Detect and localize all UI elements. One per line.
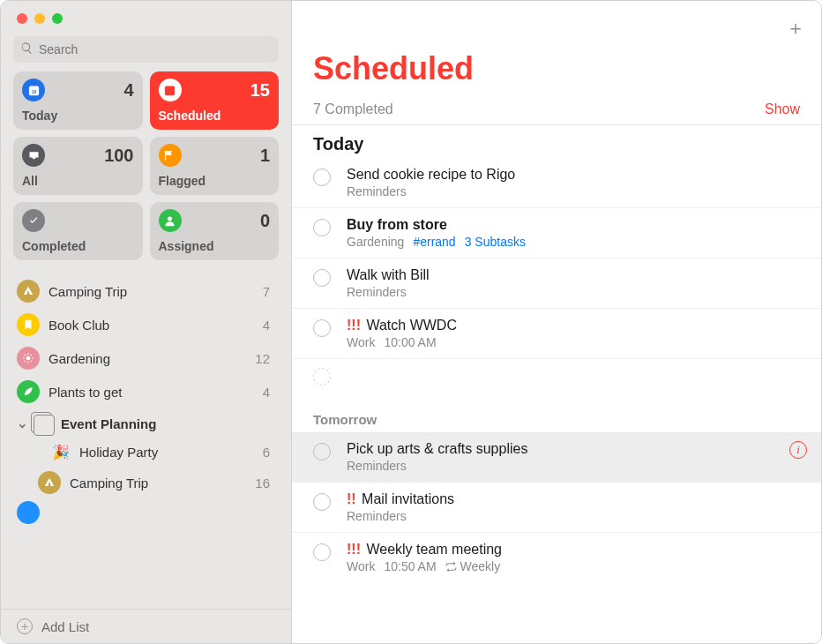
- smart-all[interactable]: 100 All: [13, 137, 143, 195]
- new-task-placeholder[interactable]: [292, 359, 821, 400]
- task-list: Work: [347, 559, 375, 573]
- show-completed-button[interactable]: Show: [765, 101, 800, 117]
- svg-line-18: [25, 361, 26, 362]
- smart-today-count: 4: [123, 80, 133, 101]
- main-pane: ＋ Scheduled 7 Completed Show Today Send …: [292, 1, 821, 643]
- svg-text:10: 10: [31, 88, 36, 94]
- party-icon: 🎉: [49, 444, 72, 461]
- list-count: 4: [263, 385, 275, 400]
- task-list: Reminders: [347, 459, 407, 473]
- list-count: 4: [263, 318, 275, 333]
- inbox-icon: [22, 144, 45, 167]
- tent-icon: [17, 280, 40, 303]
- complete-radio[interactable]: [313, 168, 331, 186]
- list-camping-trip-2[interactable]: Camping Trip 16: [1, 466, 291, 499]
- complete-radio[interactable]: [313, 319, 331, 337]
- task-tag[interactable]: #errand: [413, 235, 455, 249]
- complete-radio[interactable]: [313, 269, 331, 287]
- add-list-button[interactable]: + Add List: [1, 609, 291, 643]
- smart-completed-label: Completed: [22, 239, 134, 253]
- task-row[interactable]: Buy from store Gardening #errand 3 Subta…: [292, 208, 821, 258]
- search-icon: [20, 41, 34, 58]
- window-controls: [17, 13, 63, 24]
- task-title: Walk with Bill: [347, 267, 807, 283]
- smart-assigned[interactable]: 0 Assigned: [150, 202, 280, 260]
- placeholder-radio: [313, 368, 331, 386]
- add-list-label: Add List: [41, 619, 89, 634]
- svg-line-16: [31, 361, 32, 362]
- list-book-club[interactable]: Book Club 4: [1, 308, 291, 341]
- tomorrow-tasks: Pick up arts & crafts supplies Reminders…: [292, 432, 821, 582]
- list-partial[interactable]: [1, 499, 291, 524]
- list-count: 16: [255, 476, 275, 490]
- svg-rect-8: [169, 91, 171, 93]
- list-label: Gardening: [49, 351, 110, 366]
- task-list: Reminders: [347, 509, 407, 523]
- group-stack-icon: [33, 414, 52, 433]
- section-tomorrow-title: Tomorrow: [292, 400, 821, 432]
- smart-lists-grid: 10 4 Today 15 Scheduled: [1, 71, 291, 271]
- smart-today-label: Today: [22, 109, 134, 123]
- task-row[interactable]: Send cookie recipe to Rigo Reminders: [292, 158, 821, 208]
- list-count: 12: [255, 351, 275, 366]
- minimize-window-button[interactable]: [34, 13, 45, 24]
- task-time: 10:00 AM: [384, 335, 436, 349]
- list-label: Camping Trip: [49, 284, 127, 299]
- search-input[interactable]: [39, 42, 272, 56]
- task-time: 10:50 AM: [384, 559, 436, 573]
- list-plants-to-get[interactable]: Plants to get 4: [1, 375, 291, 408]
- info-button[interactable]: i: [789, 441, 807, 459]
- close-window-button[interactable]: [17, 13, 27, 24]
- calendar-today-icon: 10: [22, 79, 45, 101]
- task-title: Pick up arts & crafts supplies: [347, 441, 782, 457]
- svg-rect-6: [171, 88, 173, 90]
- calendar-icon: [159, 79, 182, 101]
- smart-scheduled-count: 15: [250, 80, 270, 101]
- complete-radio[interactable]: [313, 219, 331, 236]
- lists-section: Camping Trip 7 Book Club 4 Gardening 12: [1, 271, 291, 609]
- task-row[interactable]: Walk with Bill Reminders: [292, 258, 821, 309]
- list-gardening[interactable]: Gardening 12: [1, 341, 291, 375]
- smart-scheduled-label: Scheduled: [159, 109, 271, 123]
- complete-radio[interactable]: [313, 443, 331, 461]
- svg-rect-7: [167, 91, 168, 93]
- complete-radio[interactable]: [313, 543, 331, 561]
- group-label: Event Planning: [61, 416, 156, 431]
- smart-completed[interactable]: Completed: [13, 202, 143, 260]
- group-event-planning[interactable]: ⌄ Event Planning: [1, 408, 291, 438]
- task-row[interactable]: Pick up arts & crafts supplies Reminders…: [292, 432, 821, 483]
- search-field[interactable]: [13, 36, 279, 63]
- smart-scheduled[interactable]: 15 Scheduled: [150, 71, 280, 130]
- priority-indicator: !!!: [347, 542, 361, 557]
- svg-rect-4: [167, 88, 168, 90]
- completed-count-text: 7 Completed: [313, 101, 393, 117]
- list-label: Holiday Party: [79, 445, 158, 460]
- svg-rect-5: [169, 88, 171, 90]
- list-count: 7: [263, 284, 275, 299]
- checkmark-icon: [22, 209, 45, 232]
- task-row[interactable]: !!! Watch WWDC Work 10:00 AM: [292, 309, 821, 359]
- list-icon: [17, 501, 40, 524]
- smart-all-label: All: [22, 174, 134, 188]
- task-title: !!! Weekly team meeting: [347, 542, 807, 558]
- app-window: 10 4 Today 15 Scheduled: [0, 0, 822, 644]
- task-row[interactable]: !! Mail invitations Reminders: [292, 483, 821, 533]
- smart-flagged[interactable]: 1 Flagged: [150, 137, 280, 195]
- list-count: 6: [263, 445, 275, 460]
- svg-line-17: [31, 355, 32, 356]
- add-reminder-button[interactable]: ＋: [786, 15, 805, 41]
- svg-point-10: [26, 356, 31, 361]
- svg-point-9: [168, 216, 172, 221]
- task-subtasks[interactable]: 3 Subtasks: [465, 235, 526, 249]
- task-title: Send cookie recipe to Rigo: [347, 167, 807, 183]
- repeat-indicator: Weekly: [445, 559, 501, 573]
- complete-radio[interactable]: [313, 493, 331, 511]
- list-camping-trip[interactable]: Camping Trip 7: [1, 274, 291, 308]
- smart-today[interactable]: 10 4 Today: [13, 71, 143, 130]
- titlebar: [1, 1, 291, 33]
- fullscreen-window-button[interactable]: [52, 13, 63, 24]
- sidebar: 10 4 Today 15 Scheduled: [1, 1, 292, 643]
- task-row[interactable]: !!! Weekly team meeting Work 10:50 AM We…: [292, 533, 821, 582]
- task-list: Work: [347, 335, 375, 349]
- list-holiday-party[interactable]: 🎉 Holiday Party 6: [1, 438, 291, 466]
